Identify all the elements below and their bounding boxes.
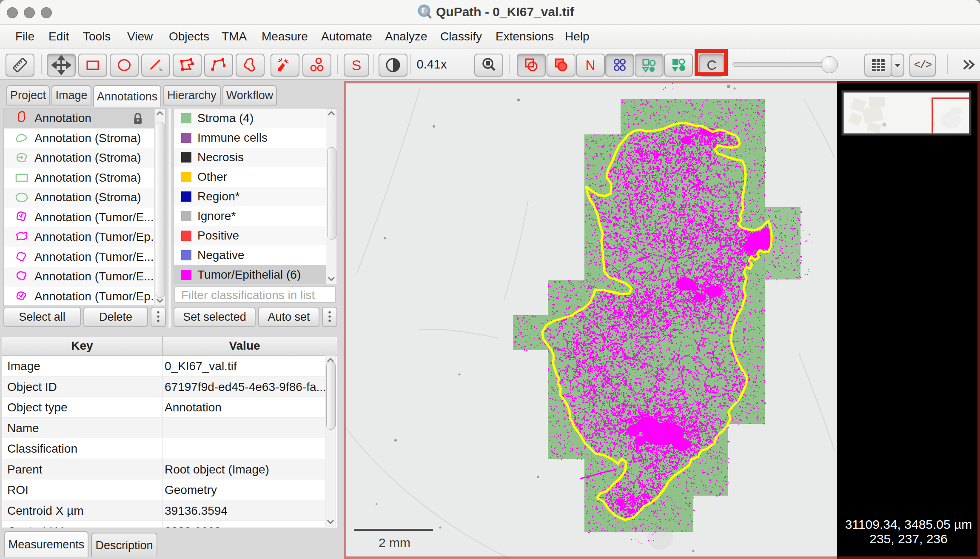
- svg-text:31109.34, 3485.05 µm: 31109.34, 3485.05 µm: [845, 517, 972, 531]
- svg-text:2 mm: 2 mm: [379, 536, 410, 550]
- svg-text:235, 237, 236: 235, 237, 236: [869, 532, 948, 546]
